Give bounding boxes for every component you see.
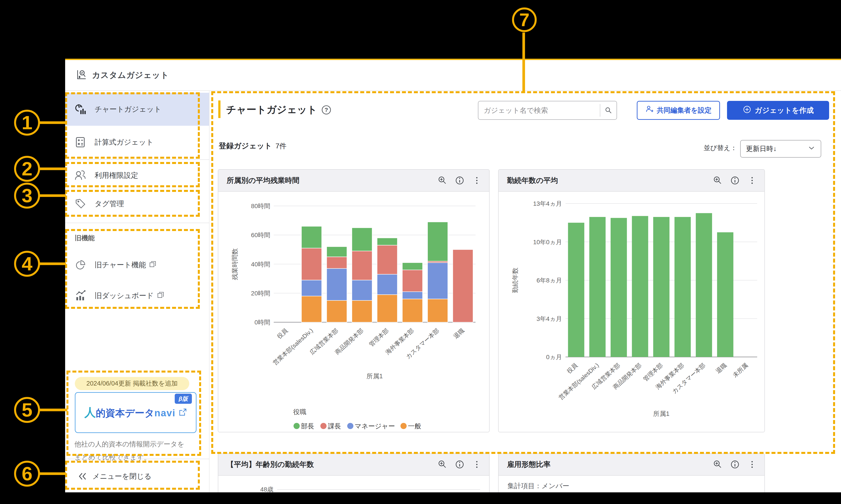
sidebar-item-tags[interactable]: タグ管理 xyxy=(65,191,209,217)
registered-count: 7件 xyxy=(275,142,287,150)
annotation-circle-4: 4 xyxy=(14,251,40,277)
kebab-menu-icon[interactable] xyxy=(471,459,483,470)
calculator-icon xyxy=(74,136,87,148)
zoom-in-icon[interactable] xyxy=(712,175,723,186)
sidebar-item-label: 旧チャート機能 xyxy=(95,260,156,270)
svg-text:40時間: 40時間 xyxy=(251,261,270,268)
axis-tick-label: 48歳 xyxy=(242,485,273,492)
double-chevron-left-icon xyxy=(76,471,89,482)
chart-tenure-body: 0ヵ月3年4ヵ月6年8ヵ月10年0ヵ月13年4ヵ月役員営業本部(salesDiv… xyxy=(499,192,765,432)
svg-text:20時間: 20時間 xyxy=(251,290,270,297)
legacy-dashboard-label: 旧ダッシュボード xyxy=(95,291,154,301)
sort-value: 更新日時↓ xyxy=(746,144,777,154)
gridline xyxy=(277,489,480,490)
sort-select[interactable]: 更新日時↓ xyxy=(740,140,821,158)
tag-icon xyxy=(74,198,87,210)
kebab-menu-icon[interactable] xyxy=(471,175,483,186)
sidebar-item-permissions[interactable]: 利用権限設定 xyxy=(65,162,209,188)
tenure-chart-svg: 0ヵ月3年4ヵ月6年8ヵ月10年0ヵ月13年4ヵ月役員営業本部(salesDiv… xyxy=(499,192,765,432)
kebab-menu-icon[interactable] xyxy=(746,459,758,470)
search-input[interactable] xyxy=(478,106,600,114)
svg-text:60時間: 60時間 xyxy=(251,232,270,238)
zoom-in-icon[interactable] xyxy=(437,459,448,470)
card-header: 所属別の平均残業時間 xyxy=(218,170,489,192)
kebab-menu-icon[interactable] xyxy=(746,175,758,186)
card-header: 【平均】年齢別の勤続年数 xyxy=(218,454,489,476)
navi-logo-main: 的資本データ xyxy=(96,408,154,418)
info-icon[interactable] xyxy=(729,459,741,470)
screenshot-stage: カスタムガジェット チャートガジェット xyxy=(0,0,841,504)
collapse-menu-button[interactable]: メニューを閉じる xyxy=(65,462,209,490)
annotation-line-3 xyxy=(40,194,66,197)
pie-chart-icon xyxy=(74,259,87,271)
annotation-circle-2: 2 xyxy=(14,156,40,182)
annotation-line-6 xyxy=(40,472,66,475)
zoom-in-icon[interactable] xyxy=(712,459,723,470)
card-title: 【平均】年齢別の勤続年数 xyxy=(227,460,314,469)
card-header: 勤続年数の平均 xyxy=(499,170,765,192)
card-title: 所属別の平均残業時間 xyxy=(227,176,299,185)
navi-logo: 人的資本データnavi xyxy=(84,405,175,420)
navi-logo-navi: navi xyxy=(154,408,176,418)
info-icon[interactable] xyxy=(454,175,465,186)
svg-text:退職: 退職 xyxy=(715,362,728,375)
sidebar-item-formula-gadget[interactable]: 計算式ガジェット xyxy=(65,126,209,159)
svg-text:3年4ヵ月: 3年4ヵ月 xyxy=(536,316,562,322)
set-collaborators-button[interactable]: 共同編集者を設定 xyxy=(637,101,720,120)
sidebar-item-label: 計算式ガジェット xyxy=(95,137,154,147)
external-link-icon xyxy=(157,291,165,300)
zoom-in-icon[interactable] xyxy=(437,175,448,186)
annotation-circle-6: 6 xyxy=(14,461,40,487)
sidebar-divider xyxy=(65,159,209,160)
card-actions xyxy=(712,459,758,470)
sidebar-item-label: チャートガジェット xyxy=(95,104,161,114)
main-content: チャートガジェット ? xyxy=(209,91,841,492)
banner-description: 他社の人的資本の情報開示データを まとめて比較できます。 xyxy=(74,438,198,464)
svg-text:部長: 部長 xyxy=(301,422,314,430)
open-external-icon xyxy=(179,408,187,417)
svg-text:0時間: 0時間 xyxy=(254,319,270,326)
svg-text:10年0ヵ月: 10年0ヵ月 xyxy=(533,239,562,246)
svg-text:課長: 課長 xyxy=(328,422,341,430)
banner-desc-line1: 他社の人的資本の情報開示データを xyxy=(74,438,198,451)
banner-update-badge: 2024/06/04更新 掲載社数を追加 xyxy=(75,377,189,390)
annotation-circle-5: 5 xyxy=(14,397,40,423)
sort-label: 並び替え： xyxy=(704,144,737,152)
card-actions xyxy=(437,459,483,470)
help-icon[interactable]: ? xyxy=(321,105,331,116)
chevron-down-icon xyxy=(808,144,816,154)
svg-text:所属1: 所属1 xyxy=(653,410,669,417)
chart-age-tenure-body: 48歳 xyxy=(218,476,489,492)
sidebar-item-chart-gadget[interactable]: チャートガジェット xyxy=(65,93,209,126)
gadget-card-age-tenure: 【平均】年齢別の勤続年数 48歳 xyxy=(218,453,490,492)
svg-text:?: ? xyxy=(325,107,328,113)
app-logo: カスタムガジェット xyxy=(76,69,169,81)
svg-text:一般: 一般 xyxy=(408,422,421,430)
app-title: カスタムガジェット xyxy=(92,70,169,81)
sidebar-item-legacy-dashboard[interactable]: 旧ダッシュボード xyxy=(65,283,209,308)
search-button[interactable] xyxy=(600,104,617,117)
external-link-icon xyxy=(149,260,156,269)
create-gadget-label: ガジェットを作成 xyxy=(755,106,814,115)
chart-gadget-icon xyxy=(74,103,87,115)
sidebar-item-label: 旧ダッシュボード xyxy=(95,291,165,301)
gadget-card-employment-ratio: 雇用形態比率 集計項目：メンバー xyxy=(498,453,765,492)
app-window: カスタムガジェット チャートガジェット xyxy=(65,59,841,492)
svg-text:管理本部: 管理本部 xyxy=(642,362,664,383)
employment-ratio-body: 集計項目：メンバー xyxy=(499,476,765,492)
legacy-section-heading: 旧機能 xyxy=(75,234,95,242)
svg-text:80時間: 80時間 xyxy=(251,203,270,210)
top-bar: カスタムガジェット xyxy=(65,60,841,91)
svg-text:所属1: 所属1 xyxy=(366,373,383,380)
svg-text:マネージャー: マネージャー xyxy=(355,422,395,430)
card-header: 雇用形態比率 xyxy=(499,454,765,476)
sidebar-item-legacy-chart[interactable]: 旧チャート機能 xyxy=(65,252,209,277)
card-title: 勤続年数の平均 xyxy=(507,176,558,185)
annotation-circle-7: 7 xyxy=(512,7,537,32)
info-icon[interactable] xyxy=(729,175,741,186)
page-title: チャートガジェット xyxy=(226,101,317,119)
info-icon[interactable] xyxy=(454,459,465,470)
svg-text:退職: 退職 xyxy=(452,327,465,340)
svg-text:役員: 役員 xyxy=(276,327,289,340)
create-gadget-button[interactable]: ガジェットを作成 xyxy=(727,101,829,120)
